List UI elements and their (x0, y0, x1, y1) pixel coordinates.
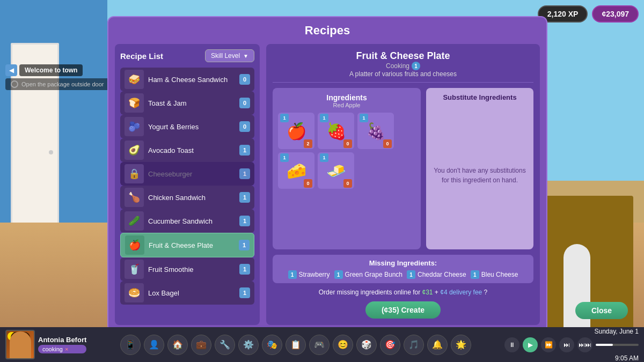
recipe-item-3[interactable]: 🫐Yogurt & Berries0 (120, 115, 254, 138)
recipe-icon-wrap-8: 🍎 (125, 235, 144, 255)
notifications-panel: ◀ Welcome to town Open the package outsi… (5, 64, 109, 90)
home-icon[interactable]: 🏠 (167, 335, 188, 355)
character-skill-label: cooking (42, 346, 63, 352)
gamepad-icon[interactable]: 🎮 (309, 335, 330, 355)
recipe-item-9[interactable]: 🥤Fruit Smoothie1 (120, 257, 254, 281)
recipe-list-items: 🥪Ham & Cheese Sandwich0🍞Toast & Jam0🫐Yog… (120, 68, 254, 305)
recipe-card-name: Fruit & Cheese Plate (273, 50, 533, 62)
recipe-icon-wrap-2: 🍞 (125, 93, 144, 113)
missing-section: Missing Ingredients: 1Strawberry1Green G… (273, 255, 533, 283)
skip-end-button[interactable]: ⏭⏭ (577, 337, 592, 352)
skill-dropdown-label: Skill Level (211, 52, 240, 60)
ingredient-icon-0: 🍎 (287, 122, 306, 141)
recipe-icon-10: 🥯 (125, 283, 144, 302)
recipe-badge-10: 1 (239, 287, 250, 298)
time-display: 9:05 AM (615, 354, 639, 362)
substitute-text: You don't have any substitutions for thi… (431, 166, 528, 185)
play-button[interactable]: ▶ (523, 337, 538, 352)
time-progress-fill (596, 344, 613, 346)
missing-item-0: 1Strawberry (288, 270, 330, 279)
recipe-badge-3: 0 (239, 121, 250, 132)
ingredient-cell-1[interactable]: 1🍓0 (318, 113, 354, 149)
emoji-icon[interactable]: 😊 (333, 335, 353, 355)
bottom-bar: Antonia Befort cooking × 📱👤🏠💼🔧⚙️🎭📋🎮😊🎲🎯🎵🔔… (0, 327, 644, 362)
ingredient-top-count-3: 1 (280, 153, 289, 162)
recipe-icon-8: 🍎 (125, 235, 144, 255)
create-button[interactable]: (¢35) Create (365, 301, 441, 319)
recipe-name-3: Yogurt & Berries (148, 123, 235, 131)
notif-circle-icon (11, 80, 18, 88)
modal-title: Recipes (108, 17, 546, 44)
close-button[interactable]: Close (575, 302, 628, 319)
ingredient-cell-4[interactable]: 1🧈0 (318, 152, 354, 189)
substitute-title: Substitute Ingredients (431, 93, 528, 101)
recipe-item-5[interactable]: 🔒Cheeseburger1 (120, 162, 254, 186)
ingredients-subtitle: Red Apple (278, 102, 415, 108)
ingredient-bot-count-4: 0 (343, 179, 352, 188)
order-prefix: Order missing ingredients online for (319, 289, 422, 296)
bell-icon[interactable]: 🔔 (427, 335, 448, 355)
remove-skill-button[interactable]: × (65, 346, 68, 352)
bag-icon[interactable]: 💼 (191, 335, 211, 355)
recipe-icon-4: 🥑 (125, 141, 144, 160)
notif-sub: Open the package outside door (5, 78, 109, 90)
recipe-badge-2: 0 (239, 98, 250, 108)
clipboard-icon[interactable]: 📋 (286, 335, 306, 355)
recipe-icon-5: 🔒 (125, 164, 144, 183)
ingredients-area: Ingredients Red Apple 1🍎21🍓01🍇01🧀01🧈0 Su… (273, 88, 533, 249)
ingredient-bot-count-2: 0 (383, 139, 392, 148)
recipe-item-4[interactable]: 🥑Avocado Toast1 (120, 138, 254, 162)
ingredients-title: Ingredients (278, 93, 415, 102)
avatar-area: Antonia Befort cooking × (5, 330, 86, 359)
phone-icon[interactable]: 📱 (120, 335, 141, 355)
bottom-icons-bar: 📱👤🏠💼🔧⚙️🎭📋🎮😊🎲🎯🎵🔔🌟 (91, 335, 500, 355)
music-icon[interactable]: 🎵 (404, 335, 424, 355)
recipe-item-6[interactable]: 🍗Chicken Sandwich1 (120, 186, 254, 209)
wrench-icon[interactable]: 🔧 (215, 335, 235, 355)
character-info: Antonia Befort cooking × (38, 336, 86, 353)
recipe-item-7[interactable]: 🥒Cucumber Sandwich1 (120, 209, 254, 233)
pause-button[interactable]: ⏸ (504, 337, 519, 352)
recipe-name-4: Avocado Toast (148, 146, 235, 154)
money-display: ¢23,097 (592, 5, 639, 23)
ingredient-cell-2[interactable]: 1🍇0 (357, 113, 394, 149)
ingredient-top-count-2: 1 (360, 114, 368, 122)
missing-count-1: 1 (334, 270, 343, 279)
recipe-badge-9: 1 (239, 264, 250, 275)
dice-icon[interactable]: 🎲 (356, 335, 377, 355)
gear-icon[interactable]: ⚙️ (238, 335, 259, 355)
missing-count-2: 1 (407, 270, 415, 279)
recipe-icon-2: 🍞 (125, 93, 144, 113)
notif-sub-text: Open the package outside door (21, 81, 104, 87)
user-icon[interactable]: 👤 (144, 335, 164, 355)
ingredient-cell-3[interactable]: 1🧀0 (278, 152, 314, 189)
recipe-item-8[interactable]: 🍎Fruit & Cheese Plate1 (120, 233, 254, 257)
fast-forward-button[interactable]: ⏩ (541, 337, 556, 352)
recipe-badge-5: 1 (239, 168, 250, 179)
recipe-icon-9: 🥤 (125, 260, 144, 279)
recipe-item-2[interactable]: 🍞Toast & Jam0 (120, 91, 254, 115)
recipe-list-title: Recipe List (120, 51, 163, 61)
skill-level-badge: 1 (412, 62, 420, 70)
ingredient-top-count-1: 1 (320, 114, 328, 122)
recipe-badge-8: 1 (239, 240, 250, 250)
order-cost: ¢31 (422, 289, 433, 296)
ingredient-bot-count-3: 0 (304, 179, 312, 188)
star-icon[interactable]: 🌟 (451, 335, 471, 355)
skip-forward-button[interactable]: ⏭ (559, 337, 574, 352)
avatar (5, 330, 35, 359)
chevron-down-icon: ▼ (243, 53, 248, 59)
recipe-item-1[interactable]: 🥪Ham & Cheese Sandwich0 (120, 68, 254, 91)
recipe-name-10: Lox Bagel (148, 289, 235, 297)
recipe-item-10[interactable]: 🥯Lox Bagel1 (120, 281, 254, 305)
skill-level-dropdown[interactable]: Skill Level ▼ (205, 49, 254, 62)
notif-arrow-icon[interactable]: ◀ (5, 64, 17, 76)
ingredient-cell-0[interactable]: 1🍎2 (278, 113, 314, 149)
mask-icon[interactable]: 🎭 (262, 335, 282, 355)
recipe-card-description: A platter of various fruits and cheeses (273, 70, 533, 78)
character-skill-tag: cooking × (38, 345, 86, 353)
target-icon[interactable]: 🎯 (380, 335, 400, 355)
lock-icon: 🔒 (128, 168, 140, 180)
recipe-badge-7: 1 (239, 216, 250, 226)
ingredient-icon-3: 🧀 (287, 161, 306, 180)
